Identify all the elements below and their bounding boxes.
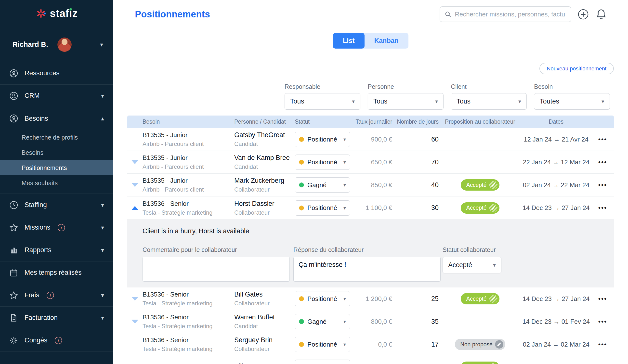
info-icon[interactable]: i bbox=[58, 224, 65, 231]
chevron-down-icon: ▾ bbox=[101, 314, 104, 321]
besoin-mission: Tesla - Stratégie marketing bbox=[143, 346, 234, 353]
table-header: Besoin Personne / Candidat Statut Taux j… bbox=[127, 116, 614, 128]
proposition-badge[interactable]: Accepté bbox=[461, 362, 499, 364]
chevron-down-icon: ▾ bbox=[602, 98, 604, 105]
status-select[interactable]: Positionné▾ bbox=[295, 132, 350, 147]
row-actions-button[interactable]: ••• bbox=[592, 136, 614, 143]
add-button[interactable] bbox=[577, 8, 589, 20]
sidebar-subitem-positionnements[interactable]: Positionnements bbox=[0, 160, 113, 175]
comment-textarea[interactable] bbox=[143, 257, 290, 282]
table-row: B13535 - JuniorAirbnb - Parcours client … bbox=[127, 174, 614, 197]
status-dot bbox=[299, 342, 304, 347]
status-select[interactable]: Gagné▾ bbox=[295, 314, 350, 329]
proposition-badge[interactable]: Accepté bbox=[461, 202, 499, 214]
person-name: Bill Gates bbox=[234, 291, 295, 298]
responsable-select[interactable]: Tous▾ bbox=[285, 93, 360, 110]
sidebar-item-conges[interactable]: Congés i bbox=[0, 329, 113, 352]
edit-pencil-icon[interactable] bbox=[489, 181, 497, 189]
info-icon[interactable]: i bbox=[47, 292, 54, 299]
person-role: Candidat bbox=[234, 323, 295, 330]
sidebar-subitem-mes-souhaits[interactable]: Mes souhaits bbox=[0, 175, 113, 191]
sidebar-item-crm[interactable]: CRM ▾ bbox=[0, 85, 113, 107]
edit-pencil-icon[interactable] bbox=[489, 204, 497, 212]
daily-rate: 1 100,0 € bbox=[354, 204, 397, 212]
sidebar-item-besoins[interactable]: Besoins ▴ bbox=[0, 107, 113, 130]
search-input[interactable] bbox=[455, 10, 566, 18]
besoin-mission: Airbnb - Parcours client bbox=[143, 141, 234, 147]
sidebar-item-staffing[interactable]: Staffing ▾ bbox=[0, 194, 113, 216]
besoin-select[interactable]: Toutes▾ bbox=[534, 93, 610, 110]
sidebar-item-frais[interactable]: Frais i ▾ bbox=[0, 284, 113, 307]
info-icon[interactable]: i bbox=[55, 337, 62, 344]
edit-pencil-icon[interactable] bbox=[489, 363, 497, 364]
sidebar-item-missions[interactable]: Missions i ▾ bbox=[0, 216, 113, 239]
person-icon bbox=[9, 69, 18, 78]
avatar[interactable] bbox=[57, 38, 72, 52]
sidebar-subitem-recherche-de-profils[interactable]: Recherche de profils bbox=[0, 130, 113, 145]
proposition-badge[interactable]: Non proposé bbox=[455, 339, 505, 350]
user-menu[interactable]: Richard B. ▾ bbox=[0, 27, 113, 62]
personne-select[interactable]: Tous▾ bbox=[368, 93, 444, 110]
chevron-down-icon: ▾ bbox=[100, 41, 103, 48]
status-select[interactable]: Positionné▾ bbox=[295, 291, 350, 306]
status-select[interactable]: Positionné▾ bbox=[295, 154, 350, 170]
expand-row-toggle[interactable] bbox=[132, 297, 138, 301]
days-count: 60 bbox=[397, 136, 440, 143]
column-header-besoin: Besoin bbox=[143, 119, 234, 125]
sidebar-item-label: CRM bbox=[24, 92, 40, 100]
person-role: Candidat bbox=[234, 163, 295, 170]
row-actions-button[interactable]: ••• bbox=[592, 181, 614, 189]
response-textarea[interactable]: Ça m'intéresse ! bbox=[293, 257, 441, 282]
status-select[interactable]: Gagné▾ bbox=[295, 177, 350, 193]
sidebar-item-ressources[interactable]: Ressources bbox=[0, 62, 113, 85]
notifications-button[interactable] bbox=[595, 8, 607, 20]
sidebar-item-rapports[interactable]: Rapports ▾ bbox=[0, 239, 113, 261]
besoin-mission: Airbnb - Parcours client bbox=[143, 163, 234, 170]
expand-row-toggle[interactable] bbox=[132, 320, 138, 324]
sidebar-item-label: Congés bbox=[24, 337, 47, 344]
sidebar-subitem-besoins[interactable]: Besoins bbox=[0, 145, 113, 160]
besoin-name: B13536 - Senior bbox=[143, 336, 234, 344]
proposition-badge[interactable]: Accepté bbox=[461, 179, 499, 191]
row-actions-button[interactable]: ••• bbox=[592, 204, 614, 212]
column-header-dates: Dates bbox=[521, 119, 592, 125]
logo[interactable]: stafız bbox=[0, 0, 113, 27]
status-select[interactable]: Positionné▾ bbox=[295, 360, 350, 364]
sidebar-item-label: Besoins bbox=[24, 115, 48, 122]
column-header-taux: Taux journalier bbox=[354, 119, 397, 125]
person-role: Collaborateur bbox=[234, 346, 295, 353]
edit-pencil-icon[interactable] bbox=[489, 294, 497, 303]
expand-row-toggle[interactable] bbox=[132, 160, 138, 164]
dates-range: 14 Dec 23 → 27 Jan 24 bbox=[521, 204, 592, 212]
person-role: Candidat bbox=[234, 141, 295, 147]
chevron-down-icon: ▾ bbox=[343, 341, 346, 347]
row-actions-button[interactable]: ••• bbox=[592, 318, 614, 325]
edit-pencil-icon[interactable] bbox=[495, 340, 503, 349]
page-title: Positionnements bbox=[135, 9, 210, 20]
status-select[interactable]: Positionné▾ bbox=[295, 200, 350, 216]
collapse-row-toggle[interactable] bbox=[132, 206, 138, 210]
chevron-down-icon: ▾ bbox=[435, 98, 438, 105]
status-select[interactable]: Positionné▾ bbox=[295, 337, 350, 352]
expand-row-toggle[interactable] bbox=[132, 183, 138, 187]
daily-rate: 0,0 € bbox=[354, 341, 397, 348]
table-row: B13536 - SeniorTesla - Stratégie marketi… bbox=[127, 197, 614, 219]
proposition-badge[interactable]: Accepté bbox=[461, 293, 499, 304]
sidebar-menu: Ressources CRM ▾ Besoins ▴ Recherche de … bbox=[0, 62, 113, 364]
row-actions-button[interactable]: ••• bbox=[592, 295, 614, 303]
new-positionnement-button[interactable]: Nouveau positionnement bbox=[540, 63, 614, 74]
top-bar: Positionnements bbox=[113, 0, 628, 22]
filter-client: Client Tous▾ bbox=[451, 83, 527, 110]
row-actions-button[interactable]: ••• bbox=[592, 341, 614, 348]
person-name: Bill Gates bbox=[234, 363, 295, 364]
tab-kanban[interactable]: Kanban bbox=[365, 33, 408, 49]
sidebar-item-mes-temps-realises[interactable]: Mes temps réalisés bbox=[0, 261, 113, 284]
row-actions-button[interactable]: ••• bbox=[592, 158, 614, 166]
collaborator-status-select[interactable]: Accepté▾ bbox=[443, 257, 501, 273]
chevron-down-icon: ▾ bbox=[493, 262, 496, 268]
client-select[interactable]: Tous▾ bbox=[451, 93, 527, 110]
sidebar-item-facturation[interactable]: Facturation ▾ bbox=[0, 307, 113, 329]
global-search[interactable] bbox=[440, 6, 571, 22]
besoin-name: B13536 - Senior bbox=[143, 200, 234, 208]
tab-list[interactable]: List bbox=[333, 33, 364, 49]
